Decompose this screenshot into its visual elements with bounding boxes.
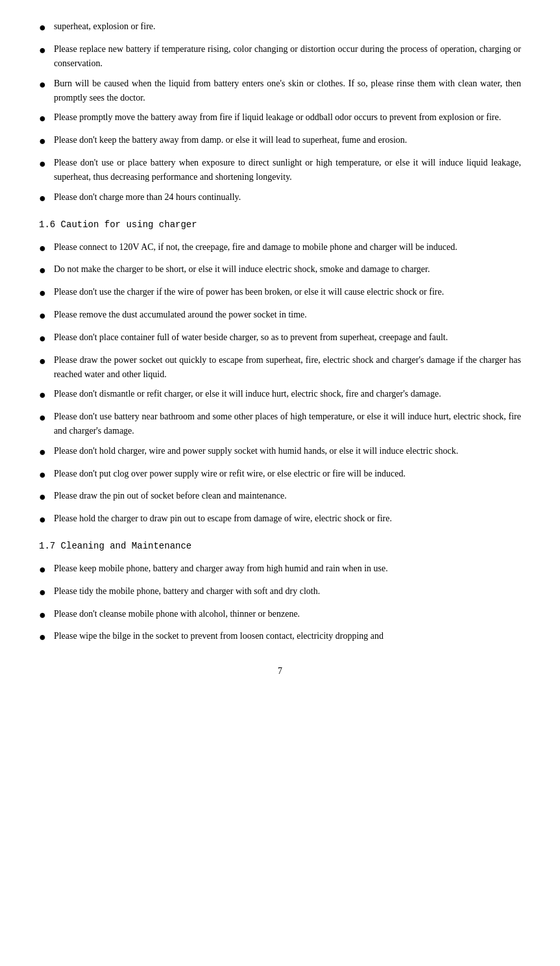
list-item: ● superheat, explosion or fire. bbox=[39, 19, 521, 37]
list-item: ● Please don't cleanse mobile phone with… bbox=[39, 607, 521, 625]
bullet-dot: ● bbox=[39, 132, 46, 151]
list-item: ● Please remove the dust accumulated aro… bbox=[39, 308, 521, 325]
bullet-text: Please keep mobile phone, battery and ch… bbox=[54, 562, 521, 576]
bullet-dot: ● bbox=[39, 155, 46, 173]
bullet-dot: ● bbox=[39, 606, 46, 625]
bullet-dot: ● bbox=[39, 329, 46, 348]
bullet-dot: ● bbox=[39, 560, 46, 579]
list-item: ● Please hold the charger to draw pin ou… bbox=[39, 512, 521, 529]
bullet-text: superheat, explosion or fire. bbox=[54, 19, 521, 34]
bullet-dot: ● bbox=[39, 18, 46, 37]
bullet-text: Please don't cleanse mobile phone with a… bbox=[54, 607, 521, 621]
bullet-text: Please remove the dust accumulated aroun… bbox=[54, 308, 521, 322]
list-item: ● Please draw the pin out of socket befo… bbox=[39, 489, 521, 506]
bullet-text: Please tidy the mobile phone, battery an… bbox=[54, 584, 521, 599]
bullet-text: Please don't place container full of wat… bbox=[54, 330, 521, 345]
bullet-text: Please don't use battery near bathroom a… bbox=[54, 410, 521, 439]
bullet-dot: ● bbox=[39, 261, 46, 280]
bullet-dot: ● bbox=[39, 408, 46, 427]
bullet-text: Please promptly move the battery away fr… bbox=[54, 110, 521, 125]
bullet-dot: ● bbox=[39, 386, 46, 404]
bullet-dot: ● bbox=[39, 443, 46, 462]
bullet-text: Please draw the pin out of socket before… bbox=[54, 489, 521, 503]
bullet-text: Please don't charge more than 24 hours c… bbox=[54, 190, 521, 204]
list-item: ● Please don't charge more than 24 hours… bbox=[39, 190, 521, 208]
list-item: ● Please tidy the mobile phone, battery … bbox=[39, 584, 521, 602]
bullet-text: Please wipe the bilge in the socket to p… bbox=[54, 629, 521, 643]
list-item: ● Please don't use or place battery when… bbox=[39, 156, 521, 185]
bullet-text: Burn will be caused when the liquid from… bbox=[54, 77, 521, 106]
list-item: ● Burn will be caused when the liquid fr… bbox=[39, 77, 521, 106]
bullet-text: Please don't dismantle or refit charger,… bbox=[54, 387, 521, 401]
list-item: ● Please promptly move the battery away … bbox=[39, 110, 521, 128]
bullet-text: Do not make the charger to be short, or … bbox=[54, 262, 521, 277]
bullet-dot: ● bbox=[39, 306, 46, 325]
bullet-text: Please connect to 120V AC, if not, the c… bbox=[54, 240, 521, 254]
bullet-dot: ● bbox=[39, 465, 46, 484]
bullet-dot: ● bbox=[39, 284, 46, 303]
bullet-text: Please don't use the charger if the wire… bbox=[54, 285, 521, 299]
bullet-dot: ● bbox=[39, 628, 46, 647]
list-item: ● Please don't use the charger if the wi… bbox=[39, 285, 521, 303]
bullet-text: Please don't put clog over power supply … bbox=[54, 467, 521, 481]
list-item: ● Please replace new battery if temperat… bbox=[39, 42, 521, 71]
list-item: ● Please don't use battery near bathroom… bbox=[39, 410, 521, 439]
section-17-bullet-list: ● Please keep mobile phone, battery and … bbox=[39, 562, 521, 647]
bullet-text: Please don't hold charger, wire and powe… bbox=[54, 444, 521, 458]
section-17-heading: 1.7 Cleaning and Maintenance bbox=[39, 541, 521, 551]
bullet-text: Please replace new battery if temperatur… bbox=[54, 42, 521, 71]
list-item: ● Please draw the power socket out quick… bbox=[39, 353, 521, 382]
bullet-dot: ● bbox=[39, 109, 46, 128]
list-item: ● Please don't put clog over power suppl… bbox=[39, 467, 521, 484]
list-item: ● Please don't keep the battery away fro… bbox=[39, 133, 521, 151]
bullet-text: Please don't use or place battery when e… bbox=[54, 156, 521, 185]
bullet-dot: ● bbox=[39, 488, 46, 506]
section-16-heading: 1.6 Caution for using charger bbox=[39, 219, 521, 230]
list-item: ● Please don't dismantle or refit charge… bbox=[39, 387, 521, 404]
bullet-dot: ● bbox=[39, 41, 46, 60]
bullet-dot: ● bbox=[39, 239, 46, 258]
page-content: ● superheat, explosion or fire. ● Please… bbox=[39, 19, 521, 676]
section-16-bullet-list: ● Please connect to 120V AC, if not, the… bbox=[39, 240, 521, 530]
list-item: ● Please don't hold charger, wire and po… bbox=[39, 444, 521, 462]
bullet-text: Please draw the power socket out quickly… bbox=[54, 353, 521, 382]
bullet-text: Please don't keep the battery away from … bbox=[54, 133, 521, 147]
list-item: ● Please wipe the bilge in the socket to… bbox=[39, 629, 521, 647]
bullet-dot: ● bbox=[39, 583, 46, 602]
list-item: ● Please keep mobile phone, battery and … bbox=[39, 562, 521, 579]
bullet-dot: ● bbox=[39, 352, 46, 371]
bullet-dot: ● bbox=[39, 510, 46, 529]
list-item: ● Do not make the charger to be short, o… bbox=[39, 262, 521, 280]
list-item: ● Please connect to 120V AC, if not, the… bbox=[39, 240, 521, 258]
bullet-text: Please hold the charger to draw pin out … bbox=[54, 512, 521, 526]
bullet-dot: ● bbox=[39, 189, 46, 208]
intro-bullet-list: ● superheat, explosion or fire. ● Please… bbox=[39, 19, 521, 208]
page-number: 7 bbox=[39, 666, 521, 676]
list-item: ● Please don't place container full of w… bbox=[39, 330, 521, 348]
bullet-dot: ● bbox=[39, 75, 46, 94]
